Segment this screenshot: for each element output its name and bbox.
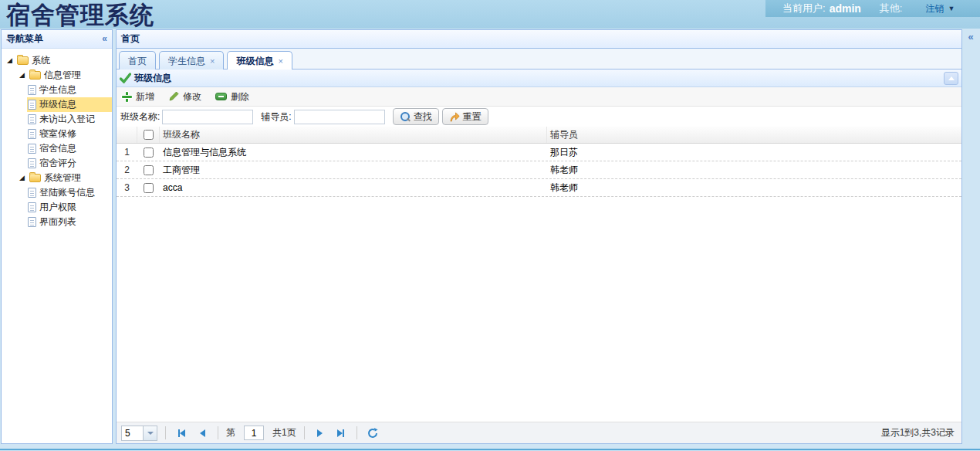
tree-node-system-mgmt[interactable]: ◢ 系统管理 — [2, 171, 112, 185]
tree-node-dorm-repair[interactable]: 寝室保修 — [2, 127, 112, 141]
tab-home[interactable]: 首页 — [119, 51, 156, 70]
bottom-edge-line — [0, 449, 980, 450]
collapse-up-icon — [948, 76, 955, 80]
file-icon — [28, 217, 36, 227]
tutor-label: 辅导员: — [261, 110, 291, 124]
panel-collapse-button[interactable] — [944, 72, 958, 85]
folder-icon — [29, 71, 41, 80]
check-icon — [120, 73, 131, 83]
tree-node-system[interactable]: ◢ 系统 — [2, 53, 112, 68]
plus-icon — [122, 92, 132, 102]
cell-class-name: 信息管理与信息系统 — [160, 144, 547, 161]
row-checkbox[interactable] — [144, 165, 154, 175]
center-panel: 首页 首页 学生信息 × 班级信息 × 班级信息 — [116, 29, 962, 444]
current-user-label: 当前用户: — [782, 2, 826, 15]
file-icon — [28, 129, 36, 139]
grid-toolbar: 新增 修改 删除 — [117, 87, 961, 107]
folder-icon — [17, 56, 29, 65]
tree-node-class-info[interactable]: 班级信息 — [2, 97, 112, 112]
cell-class-name: 工商管理 — [160, 161, 547, 178]
tree-node-label: 系统管理 — [44, 171, 81, 185]
center-header: 首页 — [117, 30, 961, 49]
tree-node-student-info[interactable]: 学生信息 — [2, 83, 112, 97]
grid-empty-area — [117, 197, 961, 422]
select-all-checkbox[interactable] — [144, 130, 154, 140]
find-button[interactable]: 查找 — [393, 108, 439, 125]
row-check-cell — [137, 144, 160, 161]
tree-node-label: 登陆账号信息 — [39, 186, 95, 199]
tree-node-label: 信息管理 — [44, 69, 81, 82]
file-icon — [28, 202, 36, 212]
select-all-cell — [137, 127, 160, 143]
table-row[interactable]: 1 信息管理与信息系统 那日苏 — [117, 144, 961, 161]
tab-close-icon[interactable]: × — [210, 53, 215, 70]
pager-separator — [218, 426, 218, 439]
reset-label: 重置 — [463, 110, 482, 124]
tree-expander-icon[interactable]: ◢ — [19, 171, 29, 185]
edit-label: 修改 — [183, 90, 201, 103]
tree-node-info-mgmt[interactable]: ◢ 信息管理 — [2, 68, 112, 83]
tree-node-label: 寝室保修 — [39, 127, 76, 141]
tutor-input[interactable] — [294, 110, 385, 124]
refresh-icon — [367, 428, 378, 439]
tree-node-login-accounts[interactable]: 登陆账号信息 — [2, 185, 112, 200]
page-number-input[interactable] — [244, 426, 264, 440]
cell-tutor: 韩老师 — [547, 179, 961, 196]
refresh-button[interactable] — [365, 426, 380, 441]
tab-label: 学生信息 — [168, 53, 205, 70]
tab-close-icon[interactable]: × — [278, 53, 282, 70]
row-check-cell — [137, 161, 160, 178]
sidebar-collapse-icon[interactable]: « — [102, 30, 107, 48]
reset-button[interactable]: 重置 — [442, 108, 488, 125]
tree-node-label: 学生信息 — [39, 83, 76, 97]
tree-node-label: 宿舍信息 — [39, 142, 76, 155]
tab-student-info[interactable]: 学生信息 × — [159, 51, 224, 70]
pager-info-text: 显示1到3,共3记录 — [881, 426, 955, 439]
column-header-tutor[interactable]: 辅导员 — [547, 127, 961, 143]
last-page-button[interactable] — [333, 426, 349, 441]
top-banner: 宿舍管理系统 当前用户: admin 其他: 注销 ▼ — [0, 0, 980, 29]
class-info-panel-header: 班级信息 — [117, 70, 961, 87]
logout-menubutton[interactable]: 注销 ▼ — [925, 2, 955, 15]
tree-node-user-permissions[interactable]: 用户权限 — [2, 200, 112, 215]
combo-arrow-button[interactable] — [143, 426, 157, 441]
folder-icon — [29, 174, 41, 182]
east-collapse-icon[interactable]: « — [968, 31, 973, 42]
table-row[interactable]: 2 工商管理 韩老师 — [117, 161, 961, 179]
tree-node-label: 来访出入登记 — [39, 113, 95, 126]
next-page-button[interactable] — [313, 426, 328, 441]
tree-node-label: 界面列表 — [39, 215, 76, 229]
delete-button[interactable]: 删除 — [215, 90, 249, 103]
prev-page-button[interactable] — [194, 426, 210, 441]
east-strip: « — [963, 31, 978, 42]
tree-node-ui-list[interactable]: 界面列表 — [2, 215, 112, 229]
next-page-icon — [317, 429, 323, 437]
tree-node-dorm-score[interactable]: 宿舍评分 — [2, 156, 112, 171]
column-header-class-name[interactable]: 班级名称 — [160, 127, 547, 143]
panel-title: 班级信息 — [134, 72, 171, 85]
tab-label: 班级信息 — [236, 53, 273, 70]
add-button[interactable]: 新增 — [122, 90, 154, 103]
tree-expander-icon[interactable]: ◢ — [19, 68, 29, 83]
table-row[interactable]: 3 acca 韩老师 — [117, 179, 961, 197]
row-checkbox[interactable] — [144, 148, 154, 158]
page-size-input[interactable] — [121, 426, 143, 441]
cell-class-name: acca — [160, 179, 547, 196]
tree-node-dorm-info[interactable]: 宿舍信息 — [2, 141, 112, 156]
class-name-input[interactable] — [162, 110, 253, 124]
first-page-button[interactable] — [174, 426, 189, 441]
tree-node-label: 班级信息 — [39, 98, 76, 111]
tree-expander-icon[interactable]: ◢ — [7, 53, 16, 68]
row-checkbox[interactable] — [144, 183, 154, 193]
page-label: 第 — [226, 426, 235, 439]
last-page-icon — [337, 429, 343, 437]
tree-node-visitor-log[interactable]: 来访出入登记 — [2, 112, 112, 127]
sidebar-nav-panel: 导航菜单 « ◢ 系统 ◢ 信息管理 学生信息 班级信息 — [1, 29, 113, 444]
total-pages-label: 共1页 — [272, 426, 296, 439]
file-icon — [28, 158, 36, 168]
tab-class-info[interactable]: 班级信息 × — [227, 51, 292, 71]
page-size-combobox[interactable] — [121, 426, 157, 441]
app-title: 宿舍管理系统 — [6, 0, 154, 32]
edit-button[interactable]: 修改 — [168, 90, 201, 103]
row-number: 1 — [117, 144, 137, 161]
